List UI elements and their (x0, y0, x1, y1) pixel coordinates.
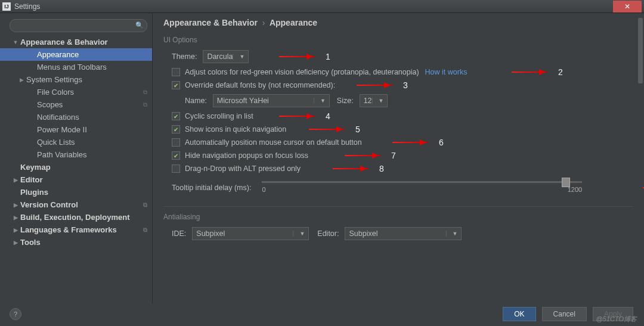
chevron-down-icon: ▼ (233, 54, 244, 60)
tree-arrow-icon: ▶ (12, 240, 19, 246)
tooltip-slider[interactable]: 0 1200 (262, 179, 582, 197)
watermark: @51CTO博客 (596, 315, 637, 324)
search-wrap: 🔍 (10, 19, 147, 32)
font-size-select[interactable]: 12 ▼ (360, 94, 388, 107)
scope-icon: ⧉ (143, 201, 147, 209)
tree-arrow-icon: ▶ (18, 77, 25, 83)
sidebar-item-label: Path Variables (37, 150, 87, 159)
chevron-down-icon: ▼ (314, 98, 326, 104)
sidebar-item-label: Languages & Frameworks (20, 225, 117, 234)
override-checkbox[interactable]: ✔ (172, 81, 180, 89)
chevron-down-icon: ▼ (372, 98, 384, 104)
theme-label: Theme: (172, 52, 197, 61)
font-name-select[interactable]: Microsoft YaHei ▼ (213, 94, 330, 107)
sidebar-item[interactable]: ▶System Settings (0, 73, 152, 86)
editor-aa-value: Subpixel (349, 229, 377, 238)
sidebar-item[interactable]: ▶Languages & Frameworks⧉ (0, 223, 152, 236)
scrollbar-thumb[interactable] (638, 18, 643, 83)
section-antialiasing: Antialiasing (163, 213, 633, 221)
font-size-value: 12 (364, 97, 372, 105)
sidebar-item-label: Build, Execution, Deployment (20, 213, 129, 222)
sidebar-item[interactable]: Notifications (0, 111, 152, 123)
aa-row: IDE: Subpixel ▼ Editor: Subpixel ▼ (172, 227, 633, 240)
name-label: Name: (185, 97, 207, 105)
anno-2: 2 (558, 67, 563, 77)
editor-aa-select[interactable]: Subpixel ▼ (345, 227, 462, 240)
ide-aa-select[interactable]: Subpixel ▼ (192, 227, 309, 240)
how-it-works-link[interactable]: How it works (425, 68, 467, 76)
hide-row: ✔ Hide navigation popups on focus loss 7 (172, 151, 633, 160)
anno-4: 4 (326, 111, 330, 121)
titlebar: IJ Settings ✕ (0, 0, 644, 13)
adjust-colors-row: Adjust colors for red-green vision defic… (172, 68, 633, 76)
cyclic-checkbox[interactable]: ✔ (172, 112, 180, 120)
editor-label: Editor: (317, 229, 339, 238)
sidebar-item[interactable]: Scopes⧉ (0, 98, 152, 111)
sidebar-item-label: Scopes (37, 100, 63, 109)
sidebar-item[interactable]: Path Variables (0, 148, 152, 161)
font-name-value: Microsoft YaHei (217, 97, 269, 105)
override-fonts-row: ✔ Override default fonts by (not recomme… (172, 81, 633, 89)
drag-checkbox[interactable] (172, 164, 180, 173)
breadcrumb: Appearance & Behavior › Appearance (163, 18, 633, 27)
sidebar-item[interactable]: ▶Version Control⧉ (0, 198, 152, 211)
tree-arrow-icon: ▶ (12, 202, 19, 208)
sidebar-item[interactable]: Quick Lists (0, 136, 152, 148)
theme-value: Darcula (207, 52, 233, 61)
tooltip-row: Tooltip initial delay (ms): 0 1200 9 (172, 179, 633, 197)
sidebar-item-label: Notifications (37, 113, 79, 122)
sidebar-item-label: Editor (20, 175, 43, 184)
search-input[interactable] (10, 19, 147, 32)
tree-arrow-icon: ▼ (12, 39, 19, 45)
settings-tree: ▼Appearance & BehaviorAppearanceMenus an… (0, 36, 152, 249)
main-panel: Appearance & Behavior › Appearance UI Op… (153, 13, 644, 303)
anno-7: 7 (391, 151, 396, 160)
ide-label: IDE: (172, 229, 186, 238)
ok-button[interactable]: OK (503, 307, 535, 321)
font-row: Name: Microsoft YaHei ▼ Size: 12 ▼ (185, 94, 633, 107)
sidebar-item[interactable]: Power Mode II (0, 123, 152, 136)
sidebar-item[interactable]: ▶Editor (0, 173, 152, 186)
app-icon: IJ (2, 2, 11, 11)
auto-label: Automatically position mouse cursor on d… (185, 138, 362, 147)
settings-window: IJ Settings ✕ 🔍 ▼Appearance & BehaviorAp… (0, 0, 644, 326)
sidebar-item[interactable]: ▼Appearance & Behavior (0, 36, 152, 48)
cyclic-label: Cyclic scrolling in list (185, 112, 253, 120)
icons-label: Show icons in quick navigation (185, 125, 286, 133)
sidebar-item[interactable]: ▶Tools (0, 236, 152, 249)
tooltip-label: Tooltip initial delay (ms): (172, 184, 251, 192)
adjust-checkbox[interactable] (172, 68, 180, 76)
sidebar-item-label: Appearance (37, 50, 79, 59)
help-button[interactable]: ? (10, 308, 21, 320)
hide-checkbox[interactable]: ✔ (172, 151, 180, 160)
separator (163, 206, 633, 207)
chevron-right-icon: › (262, 18, 265, 27)
size-label: Size: (337, 97, 354, 105)
adjust-label: Adjust colors for red-green vision defic… (185, 68, 419, 76)
cancel-button[interactable]: Cancel (542, 307, 587, 321)
icons-row: ✔ Show icons in quick navigation 5 (172, 125, 633, 133)
sidebar-item[interactable]: Keymap (0, 161, 152, 173)
sidebar-item-label: Appearance & Behavior (20, 38, 108, 46)
anno-8: 8 (379, 164, 384, 173)
sidebar-item[interactable]: Menus and Toolbars (0, 61, 152, 73)
sidebar-item[interactable]: Appearance (0, 48, 152, 61)
slider-max: 1200 (568, 186, 582, 193)
theme-row: Theme: Darcula ▼ 1 (172, 50, 633, 63)
anno-5: 5 (355, 125, 360, 134)
sidebar-item-label: Tools (20, 238, 41, 247)
sidebar-item[interactable]: File Colors⧉ (0, 86, 152, 98)
scrollbar[interactable] (638, 14, 643, 302)
close-button[interactable]: ✕ (613, 1, 642, 13)
cyclic-row: ✔ Cyclic scrolling in list 4 (172, 112, 633, 120)
sidebar-item-label: File Colors (37, 88, 74, 97)
theme-select[interactable]: Darcula ▼ (203, 50, 249, 63)
auto-checkbox[interactable] (172, 138, 180, 147)
sidebar-item[interactable]: Plugins (0, 186, 152, 198)
sidebar-item-label: Quick Lists (37, 138, 75, 147)
icons-checkbox[interactable]: ✔ (172, 125, 180, 133)
drag-row: Drag-n-Drop with ALT pressed only 8 (172, 164, 633, 173)
sidebar-item-label: Menus and Toolbars (37, 63, 107, 72)
anno-3: 3 (403, 80, 408, 90)
sidebar-item[interactable]: ▶Build, Execution, Deployment (0, 211, 152, 223)
